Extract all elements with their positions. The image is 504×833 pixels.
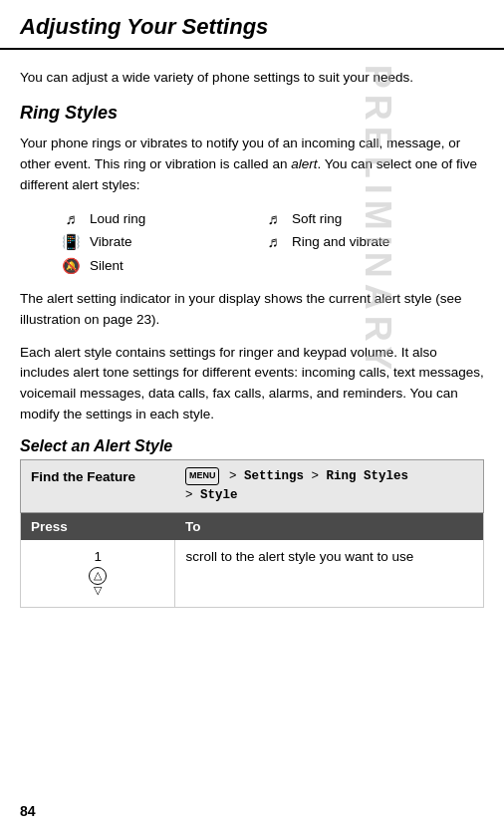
- ring-vibrate-icon: ♬: [262, 233, 284, 250]
- alert-italic: alert: [291, 156, 317, 171]
- page-header: Adjusting Your Settings: [0, 0, 504, 50]
- to-column-header: To: [175, 512, 484, 540]
- icon-item-empty: [262, 257, 464, 275]
- select-alert-style-heading: Select an Alert Style: [20, 437, 484, 459]
- silent-icon: 🔕: [60, 257, 82, 275]
- find-feature-label: Find the Feature: [21, 460, 175, 513]
- page-container: PRELIMINARY Adjusting Your Settings You …: [0, 0, 504, 833]
- soft-ring-label: Soft ring: [292, 211, 342, 226]
- table-row: 1 △▽ scroll to the alert style you want …: [21, 540, 484, 608]
- icon-item-soft-ring: ♬ Soft ring: [262, 210, 464, 227]
- silent-label: Silent: [90, 258, 124, 273]
- loud-ring-icon: ♬: [60, 210, 82, 227]
- find-feature-value: MENU > Settings > Ring Styles > Style: [175, 460, 484, 513]
- menu-icon: MENU: [185, 467, 220, 485]
- table-header-row: Press To: [21, 512, 484, 540]
- to-cell: scroll to the alert style you want to us…: [175, 540, 484, 608]
- icon-item-vibrate: 📳 Vibrate: [60, 233, 262, 251]
- ring-styles-description: Your phone rings or vibrates to notify y…: [20, 134, 484, 196]
- page-title: Adjusting Your Settings: [20, 14, 484, 40]
- icon-item-loud-ring: ♬ Loud ring: [60, 210, 262, 227]
- loud-ring-label: Loud ring: [90, 211, 145, 226]
- alert-icons-grid: ♬ Loud ring ♬ Soft ring 📳 Vibrate ♬ Ring…: [60, 210, 464, 275]
- vibrate-label: Vibrate: [90, 234, 132, 249]
- content-area: You can adjust a wide variety of phone s…: [0, 50, 504, 608]
- icon-item-ring-vibrate: ♬ Ring and vibrate: [262, 233, 464, 251]
- feature-table: Find the Feature MENU > Settings > Ring …: [20, 459, 484, 608]
- alert-style-settings-para: Each alert style contains settings for r…: [20, 343, 484, 426]
- intro-text: You can adjust a wide variety of phone s…: [20, 68, 484, 89]
- page-number: 84: [20, 803, 36, 819]
- find-feature-row: Find the Feature MENU > Settings > Ring …: [21, 460, 484, 513]
- alert-indicator-para: The alert setting indicator in your disp…: [20, 289, 484, 331]
- row-number: 1: [94, 549, 102, 564]
- to-text: scroll to the alert style you want to us…: [185, 549, 413, 564]
- ring-vibrate-label: Ring and vibrate: [292, 234, 389, 249]
- scroll-icon: △▽: [89, 567, 107, 585]
- soft-ring-icon: ♬: [262, 210, 284, 227]
- icon-item-silent: 🔕 Silent: [60, 257, 262, 275]
- ring-styles-heading: Ring Styles: [20, 103, 484, 124]
- press-column-header: Press: [21, 512, 175, 540]
- vibrate-icon: 📳: [60, 233, 82, 251]
- press-cell: 1 △▽: [21, 540, 175, 608]
